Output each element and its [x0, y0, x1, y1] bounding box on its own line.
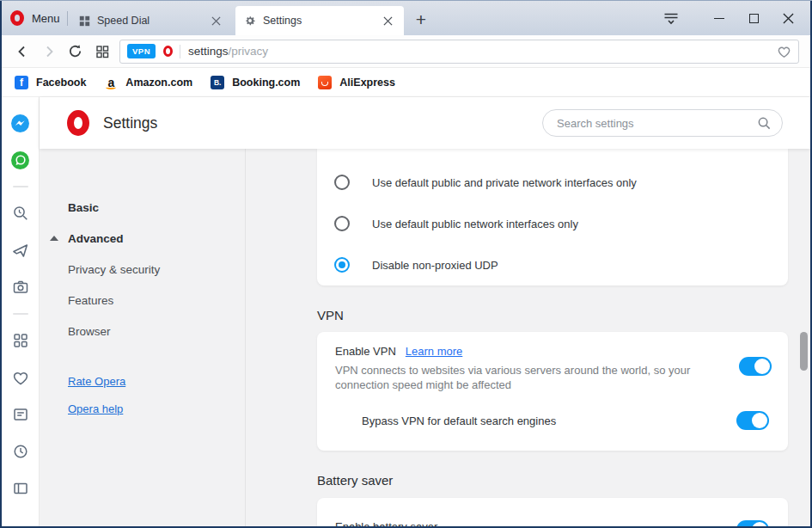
news-icon[interactable]	[7, 401, 34, 428]
enable-vpn-label: Enable VPN	[335, 345, 396, 358]
nav-item-basic[interactable]: Basic	[68, 192, 245, 223]
speed-dial-grid-icon	[79, 15, 90, 27]
enable-vpn-toggle[interactable]	[739, 357, 772, 376]
amazon-icon: a	[104, 76, 118, 89]
search-icon	[757, 116, 772, 131]
tab-close-icon[interactable]	[208, 13, 223, 28]
radio-option-public-private[interactable]: Use default public and private network i…	[317, 162, 788, 203]
tab-settings[interactable]: Settings	[235, 6, 404, 35]
bookmark-booking[interactable]: B. Booking.com	[211, 76, 300, 89]
settings-header: Settings	[40, 97, 810, 149]
menu-label: Menu	[32, 12, 60, 25]
radio-option-disable-udp[interactable]: Disable non-proxied UDP	[317, 244, 788, 285]
snapshot-camera-icon[interactable]	[7, 273, 34, 301]
address-bar[interactable]: VPN settings /privacy	[119, 40, 799, 64]
bookmark-facebook[interactable]: f Facebook	[15, 76, 86, 89]
back-icon	[15, 45, 29, 58]
browser-window: Menu Speed Dial Settings +	[0, 0, 812, 528]
whatsapp-icon[interactable]	[7, 146, 34, 174]
bookmarks-heart-icon[interactable]	[7, 364, 34, 391]
sidebar-panel-icon[interactable]	[7, 475, 34, 502]
grid-icon	[95, 45, 109, 58]
app-area: Settings Basic Advanced Privacy &	[2, 97, 810, 526]
page-title: Settings	[103, 114, 157, 132]
settings-page: Settings Basic Advanced Privacy &	[40, 97, 810, 526]
history-clock-icon[interactable]	[7, 438, 34, 465]
search-icon[interactable]	[7, 200, 34, 227]
radio-checked-icon[interactable]	[334, 257, 350, 273]
forward-icon	[42, 45, 56, 58]
heart-icon	[777, 45, 791, 58]
facebook-icon: f	[15, 76, 28, 89]
my-flow-icon[interactable]	[7, 236, 34, 264]
minimize-icon	[714, 18, 724, 19]
tab-separator	[67, 11, 68, 26]
network-interfaces-card: Use default public and private network i…	[317, 149, 788, 285]
maximize-icon	[749, 14, 759, 23]
bookmark-aliexpress[interactable]: AliExpress	[318, 76, 395, 89]
vpn-description: VPN connects to websites via various ser…	[335, 363, 739, 392]
close-button[interactable]	[771, 1, 805, 35]
battery-saver-toggle[interactable]	[736, 520, 769, 526]
enable-battery-saver-label: Enable battery saver	[335, 520, 437, 527]
battery-section-heading: Battery saver	[317, 473, 810, 488]
opera-site-icon	[163, 46, 173, 57]
vpn-section-heading: VPN	[317, 308, 810, 322]
new-tab-button[interactable]: +	[409, 8, 433, 32]
booking-icon: B.	[211, 76, 224, 89]
collapse-caret-icon	[50, 236, 58, 241]
learn-more-link[interactable]: Learn more	[406, 345, 462, 358]
tab-label: Settings	[263, 15, 302, 27]
back-button[interactable]	[9, 39, 35, 64]
opera-help-link[interactable]: Opera help	[68, 395, 245, 422]
messenger-icon[interactable]	[7, 109, 34, 137]
bypass-vpn-label: Bypass VPN for default search engines	[362, 414, 556, 427]
bypass-vpn-toggle[interactable]	[736, 411, 769, 430]
url-primary: settings	[188, 45, 229, 58]
vpn-badge-button[interactable]: VPN	[127, 44, 156, 58]
forward-button[interactable]	[35, 39, 62, 64]
opera-sidebar	[2, 97, 40, 526]
battery-saver-card: Enable battery saver	[317, 498, 788, 526]
settings-main: Use default public and private network i…	[246, 149, 810, 526]
nav-item-privacy-security[interactable]: Privacy & security	[68, 254, 245, 285]
window-frame	[0, 1, 2, 528]
nav-item-browser[interactable]: Browser	[68, 316, 245, 347]
bookmark-amazon[interactable]: a Amazon.com	[104, 76, 192, 89]
address-separator	[180, 45, 180, 58]
reload-icon	[68, 44, 82, 58]
radio-icon[interactable]	[334, 216, 350, 231]
tab-label: Speed Dial	[97, 15, 150, 27]
tab-bar: Menu Speed Dial Settings +	[2, 1, 810, 35]
settings-nav: Basic Advanced Privacy & security Featur…	[40, 149, 246, 526]
tab-menu-button[interactable]	[654, 1, 688, 35]
start-page-button[interactable]	[89, 39, 115, 64]
sidebar-divider	[13, 313, 28, 315]
scrollbar-thumb[interactable]	[800, 332, 808, 371]
opera-logo-icon	[10, 10, 24, 26]
sidebar-divider	[13, 186, 28, 187]
nav-item-advanced[interactable]: Advanced	[68, 223, 245, 254]
tab-close-icon[interactable]	[380, 13, 395, 28]
vpn-card: Enable VPN Learn more VPN connects to we…	[317, 332, 788, 451]
nav-item-features[interactable]: Features	[68, 285, 245, 316]
window-controls	[654, 1, 805, 35]
minimize-button[interactable]	[702, 1, 736, 35]
settings-search[interactable]	[542, 109, 783, 137]
radio-option-public-only[interactable]: Use default public network interfaces on…	[317, 203, 788, 244]
tab-speed-dial[interactable]: Speed Dial	[70, 6, 232, 35]
opera-menu-button[interactable]: Menu	[10, 4, 60, 32]
reload-button[interactable]	[62, 39, 89, 64]
opera-logo-icon	[67, 110, 89, 136]
rate-opera-link[interactable]: Rate Opera	[68, 367, 245, 395]
navigation-toolbar: VPN settings /privacy	[2, 35, 810, 68]
bookmarks-bar: f Facebook a Amazon.com B. Booking.com A…	[2, 68, 810, 97]
gear-icon	[244, 15, 256, 27]
search-input[interactable]	[557, 117, 757, 130]
maximize-button[interactable]	[736, 1, 771, 35]
close-icon	[783, 13, 794, 24]
settings-body: Basic Advanced Privacy & security Featur…	[40, 149, 810, 526]
speed-dial-icon[interactable]	[7, 327, 34, 354]
bookmark-heart-button[interactable]	[777, 45, 791, 58]
radio-icon[interactable]	[334, 175, 350, 190]
